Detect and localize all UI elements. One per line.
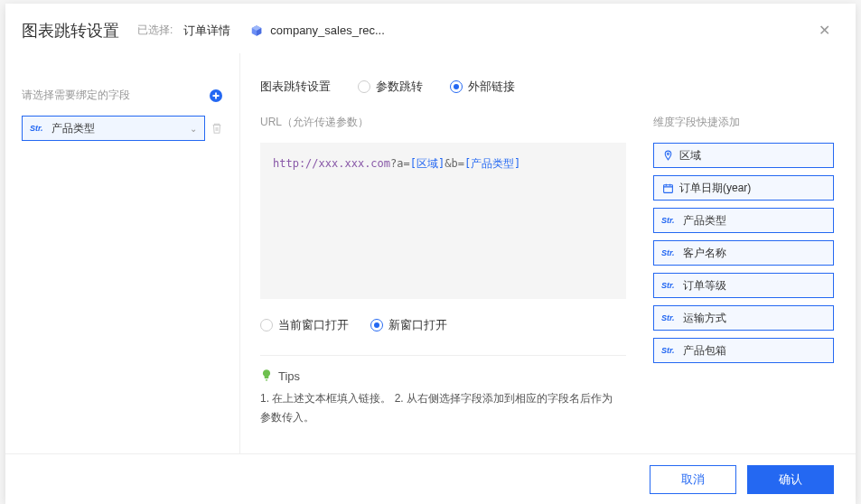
radio-checked-icon xyxy=(370,319,383,331)
radio-unchecked-icon xyxy=(358,80,370,93)
cancel-button[interactable]: 取消 xyxy=(650,465,736,494)
type-str-badge: Str. xyxy=(661,313,678,322)
quick-item-label: 区域 xyxy=(679,148,701,163)
url-label: URL（允许传递参数） xyxy=(260,115,626,130)
tips-title: Tips xyxy=(278,369,300,383)
field-select[interactable]: Str. 产品类型 ⌄ xyxy=(22,116,205,141)
radio-open-current[interactable]: 当前窗口打开 xyxy=(260,317,349,333)
delete-icon[interactable] xyxy=(211,122,223,135)
modal-footer: 取消 确认 xyxy=(5,453,856,504)
quick-add-item[interactable]: Str.订单等级 xyxy=(653,273,834,298)
sidebar-header: 请选择需要绑定的字段 xyxy=(22,88,223,103)
calendar-icon xyxy=(661,182,674,194)
type-str-badge: Str. xyxy=(661,346,678,355)
svg-point-1 xyxy=(667,153,669,154)
quick-add-item[interactable]: Str.运输方式 xyxy=(653,305,834,331)
bind-field-label: 请选择需要绑定的字段 xyxy=(22,88,209,103)
cube-icon xyxy=(250,24,263,37)
quick-add-list: 区域订单日期(year)Str.产品类型Str.客户名称Str.订单等级Str.… xyxy=(653,143,834,363)
tips-title-row: Tips xyxy=(260,369,626,384)
field-row: Str. 产品类型 ⌄ xyxy=(22,116,223,141)
tips-text: 1. 在上述文本框填入链接。 2. 从右侧选择字段添加到相应的字段名后作为参数传… xyxy=(260,389,622,428)
modal: 图表跳转设置 已选择: 订单详情 company_sales_rec... ✕ … xyxy=(5,4,856,504)
type-str-badge: Str. xyxy=(661,216,678,225)
jump-type-radio-group: 参数跳转 外部链接 xyxy=(358,79,515,95)
quick-add-item[interactable]: Str.产品类型 xyxy=(653,208,834,233)
radio-label: 当前窗口打开 xyxy=(278,317,349,333)
modal-header: 图表跳转设置 已选择: 订单详情 company_sales_rec... ✕ xyxy=(5,4,856,53)
radio-label: 参数跳转 xyxy=(376,79,423,95)
radio-label: 新窗口打开 xyxy=(388,317,447,333)
bulb-icon xyxy=(260,369,273,384)
quick-add-item[interactable]: Str.产品包箱 xyxy=(653,338,834,363)
url-input[interactable]: http://xxx.xxx.com?a=[区域]&b=[产品类型] xyxy=(260,143,626,299)
quick-add-label: 维度字段快捷添加 xyxy=(653,115,834,130)
tab-chart-jump[interactable]: 图表跳转设置 xyxy=(260,79,331,95)
close-icon[interactable]: ✕ xyxy=(815,18,834,42)
chevron-down-icon: ⌄ xyxy=(190,124,197,134)
field-name: 产品类型 xyxy=(51,121,190,136)
radio-param-jump[interactable]: 参数跳转 xyxy=(358,79,423,95)
add-field-icon[interactable] xyxy=(209,89,223,103)
svg-rect-2 xyxy=(663,184,672,192)
content-split: URL（允许传递参数） http://xxx.xxx.com?a=[区域]&b=… xyxy=(260,115,834,428)
dataset-name: company_sales_rec... xyxy=(270,23,384,37)
radio-open-new[interactable]: 新窗口打开 xyxy=(370,317,447,333)
quick-item-label: 产品包箱 xyxy=(683,343,726,359)
selected-label: 已选择: xyxy=(137,23,173,38)
quick-item-label: 运输方式 xyxy=(683,311,726,326)
quick-add-item[interactable]: Str.客户名称 xyxy=(653,240,834,266)
quick-item-label: 订单日期(year) xyxy=(679,181,751,196)
quick-add-item[interactable]: 区域 xyxy=(653,143,834,168)
confirm-button[interactable]: 确认 xyxy=(747,465,834,494)
type-str-badge: Str. xyxy=(661,281,678,290)
quick-item-label: 客户名称 xyxy=(683,246,726,261)
sidebar: 请选择需要绑定的字段 Str. 产品类型 ⌄ xyxy=(5,53,240,453)
modal-body: 请选择需要绑定的字段 Str. 产品类型 ⌄ 图表跳转设置 xyxy=(5,53,856,453)
pin-icon xyxy=(661,149,674,162)
quick-add-item[interactable]: 订单日期(year) xyxy=(653,175,834,201)
type-str-badge: Str. xyxy=(661,248,678,257)
tab-row: 图表跳转设置 参数跳转 外部链接 xyxy=(260,79,834,95)
type-str-badge: Str. xyxy=(30,124,46,133)
radio-unchecked-icon xyxy=(260,319,273,331)
radio-external-link[interactable]: 外部链接 xyxy=(450,79,515,95)
radio-checked-icon xyxy=(450,80,463,93)
quick-item-label: 产品类型 xyxy=(683,213,726,229)
tips-section: Tips 1. 在上述文本框填入链接。 2. 从右侧选择字段添加到相应的字段名后… xyxy=(260,356,626,428)
open-mode-group: 当前窗口打开 新窗口打开 xyxy=(260,317,626,351)
selected-value: 订单详情 xyxy=(183,23,230,39)
quick-add-section: 维度字段快捷添加 区域订单日期(year)Str.产品类型Str.客户名称Str… xyxy=(653,115,834,428)
url-section: URL（允许传递参数） http://xxx.xxx.com?a=[区域]&b=… xyxy=(260,115,626,428)
modal-title: 图表跳转设置 xyxy=(22,20,119,42)
quick-item-label: 订单等级 xyxy=(683,278,726,294)
main-panel: 图表跳转设置 参数跳转 外部链接 URL（允许传递参数） http://xxx.… xyxy=(240,53,856,453)
radio-label: 外部链接 xyxy=(468,79,515,95)
